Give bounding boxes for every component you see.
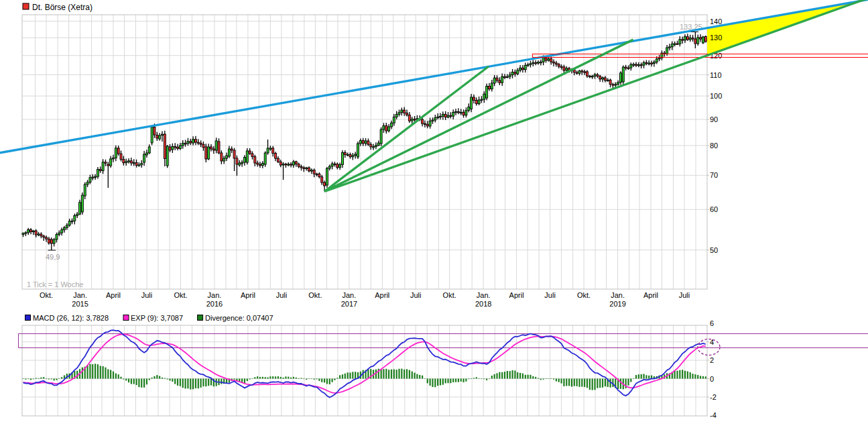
svg-text:Divergence: 0,07407: Divergence: 0,07407 (205, 314, 273, 322)
svg-text:April: April (241, 291, 255, 299)
svg-text:Okt.: Okt. (308, 291, 322, 299)
svg-text:2018: 2018 (475, 300, 491, 308)
svg-text:2: 2 (710, 356, 714, 364)
svg-text:80: 80 (710, 142, 718, 150)
svg-text:70: 70 (710, 171, 718, 179)
svg-text:April: April (509, 291, 524, 299)
svg-text:6: 6 (710, 319, 714, 327)
svg-text:60: 60 (710, 205, 718, 213)
svg-text:90: 90 (710, 115, 718, 123)
svg-text:50: 50 (710, 246, 718, 254)
svg-text:Okt.: Okt. (577, 291, 591, 299)
svg-text:Jan.: Jan. (477, 291, 491, 299)
svg-text:April: April (106, 291, 121, 299)
svg-text:Juli: Juli (410, 291, 422, 299)
svg-text:49,9: 49,9 (46, 253, 60, 261)
svg-text:2017: 2017 (341, 300, 357, 308)
svg-text:Juli: Juli (141, 291, 153, 299)
svg-text:1 Tick = 1 Woche: 1 Tick = 1 Woche (27, 280, 83, 288)
svg-text:April: April (375, 291, 389, 299)
svg-text:April: April (643, 291, 658, 299)
svg-text:110: 110 (710, 71, 722, 79)
svg-text:140: 140 (710, 17, 722, 25)
svg-text:Dt. Börse (Xetra): Dt. Börse (Xetra) (32, 3, 92, 12)
svg-text:Juli: Juli (679, 291, 690, 299)
svg-text:Juli: Juli (276, 291, 288, 299)
svg-text:-4: -4 (710, 411, 717, 419)
svg-text:2019: 2019 (609, 300, 625, 308)
svg-text:Jan.: Jan. (343, 291, 357, 299)
svg-text:Jan.: Jan. (611, 291, 625, 299)
svg-text:2015: 2015 (72, 300, 88, 308)
svg-text:Okt.: Okt. (443, 291, 456, 299)
svg-text:Jan.: Jan. (73, 291, 87, 299)
svg-text:MACD (26, 12): 3,7828: MACD (26, 12): 3,7828 (33, 314, 109, 322)
svg-text:EXP (9): 3,7087: EXP (9): 3,7087 (131, 314, 183, 322)
svg-text:-2: -2 (710, 393, 717, 401)
svg-text:Juli: Juli (544, 291, 556, 299)
svg-text:2016: 2016 (206, 300, 223, 308)
svg-text:Jan.: Jan. (208, 291, 222, 299)
svg-text:Okt.: Okt. (40, 291, 53, 299)
svg-text:130: 130 (710, 34, 722, 42)
svg-text:0: 0 (710, 375, 714, 383)
svg-text:100: 100 (710, 92, 722, 100)
svg-text:Okt.: Okt. (174, 291, 187, 299)
